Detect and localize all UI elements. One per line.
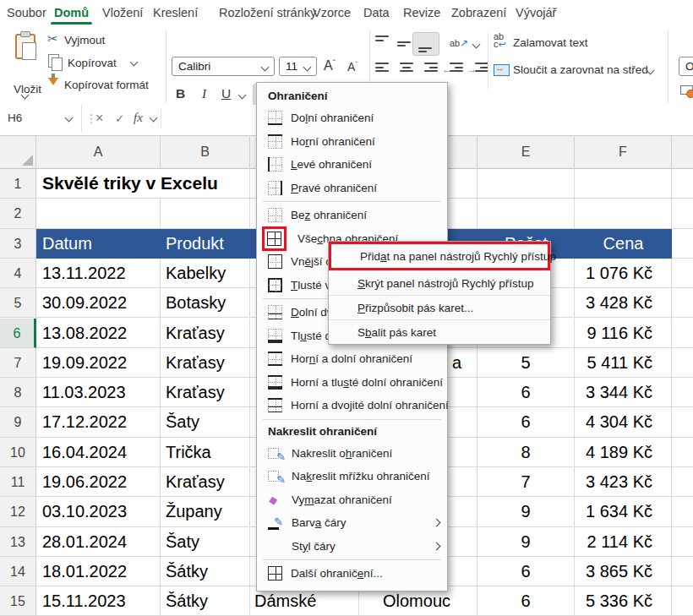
column-header-B[interactable]: B	[161, 135, 250, 169]
row-header-6[interactable]: 6	[0, 319, 36, 348]
row-header-5[interactable]: 5	[0, 288, 36, 318]
cancel-icon[interactable]: ×	[95, 111, 103, 126]
cell-B15[interactable]: Šátky	[161, 586, 250, 616]
cell-B8[interactable]: Kraťasy	[161, 378, 250, 407]
merge-center-button[interactable]: Sloučit a zarovnat na střed	[513, 63, 648, 76]
tab-soubor[interactable]: Soubor	[7, 0, 46, 25]
cell-B2[interactable]	[161, 199, 250, 228]
cell-A11[interactable]: 19.06.2022	[36, 467, 161, 497]
align-left-button[interactable]	[375, 63, 394, 79]
cell-F15[interactable]: 5 336 Kč	[575, 586, 672, 616]
cell-B7[interactable]: Kraťasy	[161, 348, 250, 378]
cell-E13[interactable]: 9	[477, 527, 575, 557]
menu-item-border-top-double-bottom[interactable]: Horní a dvojité dolní ohraničení	[257, 394, 447, 417]
row-header-13[interactable]: 13	[0, 527, 36, 557]
cell-G7[interactable]	[672, 348, 693, 378]
cell-E12[interactable]: 9	[477, 497, 575, 526]
font-size-combobox[interactable]: 11	[279, 57, 317, 76]
bold-button[interactable]: B	[176, 86, 185, 101]
cell-B13[interactable]: Šaty	[161, 527, 250, 557]
cell-B6[interactable]: Kraťasy	[161, 319, 250, 348]
decrease-font-size-button[interactable]: Aˇ	[347, 60, 357, 74]
menu-item-border-top[interactable]: Horní ohraničení	[257, 130, 447, 154]
cell-A15[interactable]: 15.11.2023	[36, 586, 161, 616]
context-menu-item-1[interactable]: Přidat na panel nástrojů Rychlý přístup	[329, 242, 550, 270]
copy-button[interactable]: Kopírovat	[68, 57, 117, 69]
menu-item-border-top-thick-bottom[interactable]: Horní a tlusté dolní ohraničení	[257, 371, 447, 395]
wrap-text-button[interactable]: Zalamovat text	[513, 36, 588, 49]
cell-F13[interactable]: 2 114 Kč	[575, 527, 672, 557]
cell-A1[interactable]: Skvělé triky v Excelu	[36, 169, 161, 199]
italic-button[interactable]: I	[202, 86, 206, 101]
menu-item-line-color[interactable]: ✎Barva čáry	[257, 511, 447, 535]
cell-E11[interactable]: 7	[477, 467, 575, 497]
insert-function-chevron-icon[interactable]	[150, 114, 158, 123]
cell-G2[interactable]	[672, 199, 693, 228]
cell-G11[interactable]	[672, 467, 693, 497]
orientation-chevron-icon[interactable]	[472, 41, 481, 49]
tab-revize[interactable]: Revize	[403, 0, 440, 25]
cell-B4[interactable]: Kabelky	[161, 259, 250, 288]
cell-B14[interactable]: Šátky	[161, 557, 250, 586]
menu-item-border-none[interactable]: Bez ohraničení	[257, 204, 447, 227]
row-header-12[interactable]: 12	[0, 497, 36, 526]
font-name-chevron-icon[interactable]	[261, 63, 270, 72]
cell-F2[interactable]	[575, 199, 672, 228]
number-format-combobox[interactable]: Obe	[679, 57, 693, 76]
tab-rozlo-en-str-nky[interactable]: Rozložení stránky	[219, 0, 316, 25]
cell-G6[interactable]	[672, 319, 693, 348]
cell-B1[interactable]	[161, 169, 250, 199]
cell-F7[interactable]: 5 411 Kč	[575, 348, 672, 378]
cell-F12[interactable]: 1 634 Kč	[575, 497, 672, 526]
cell-G10[interactable]	[672, 438, 693, 467]
format-painter-button[interactable]: Kopírovat formát	[64, 79, 149, 91]
tab-zobrazen-[interactable]: Zobrazení	[451, 0, 506, 25]
cell-A3[interactable]: Datum	[36, 229, 161, 259]
row-header-8[interactable]: 8	[0, 378, 36, 407]
underline-chevron-icon[interactable]	[238, 91, 247, 100]
row-header-15[interactable]: 15	[0, 586, 36, 616]
cell-B10[interactable]: Trička	[161, 438, 250, 467]
menu-item-none[interactable]: Styl čáry	[257, 535, 447, 559]
column-header-G[interactable]: G	[672, 135, 693, 169]
tab-dom-[interactable]: Domů	[54, 0, 89, 25]
cell-B3[interactable]: Produkt	[161, 229, 250, 259]
row-header-14[interactable]: 14	[0, 557, 36, 586]
cell-B5[interactable]: Botasky	[161, 288, 250, 318]
cell-A12[interactable]: 03.10.2023	[36, 497, 161, 526]
cell-F8[interactable]: 3 344 Kč	[575, 378, 672, 407]
row-header-1[interactable]: 1	[0, 169, 36, 199]
menu-item-more-borders[interactable]: Další ohraničení...	[257, 562, 447, 586]
menu-item-erase-border[interactable]: ◆Vymazat ohraničení	[257, 488, 447, 512]
cell-G14[interactable]	[672, 557, 693, 586]
cell-G1[interactable]	[672, 169, 693, 199]
cell-G5[interactable]	[672, 288, 693, 318]
cell-A10[interactable]: 16.04.2024	[36, 438, 161, 467]
row-header-10[interactable]: 10	[0, 438, 36, 467]
copy-chevron-icon[interactable]	[130, 58, 139, 67]
tab-vlo-en-[interactable]: Vložení	[102, 0, 143, 25]
cell-G8[interactable]	[672, 378, 693, 407]
menu-item-border-bottom[interactable]: Dolní ohraničení	[257, 106, 447, 130]
cell-E1[interactable]	[477, 169, 575, 199]
paste-button[interactable]: Vložit	[5, 30, 44, 100]
cell-A6[interactable]: 13.08.2022	[36, 319, 161, 348]
cell-E14[interactable]: 6	[477, 557, 575, 586]
cell-F10[interactable]: 4 189 Kč	[575, 438, 672, 467]
menu-item-draw-border-grid[interactable]: ✎Nakreslit mřížku ohraničení	[257, 465, 447, 488]
cell-B12[interactable]: Župany	[161, 497, 250, 526]
cell-E2[interactable]	[477, 199, 575, 228]
cell-F5[interactable]: 3 428 Kč	[575, 288, 672, 318]
context-menu-item-3[interactable]: Přizpůsobit pás karet...	[329, 295, 550, 319]
menu-item-border-top-bottom[interactable]: Horní a dolní ohraničení	[257, 347, 447, 371]
row-header-4[interactable]: 4	[0, 259, 36, 288]
tab-data[interactable]: Data	[363, 0, 390, 25]
column-header-E[interactable]: E	[477, 135, 575, 169]
cell-A14[interactable]: 18.01.2022	[36, 557, 161, 586]
cell-E15[interactable]: 6	[477, 586, 575, 616]
row-header-11[interactable]: 11	[0, 467, 36, 497]
align-center-button[interactable]	[397, 63, 416, 79]
cell-E10[interactable]: 8	[477, 438, 575, 467]
name-box-chevron-icon[interactable]	[65, 114, 74, 123]
row-header-9[interactable]: 9	[0, 407, 36, 437]
